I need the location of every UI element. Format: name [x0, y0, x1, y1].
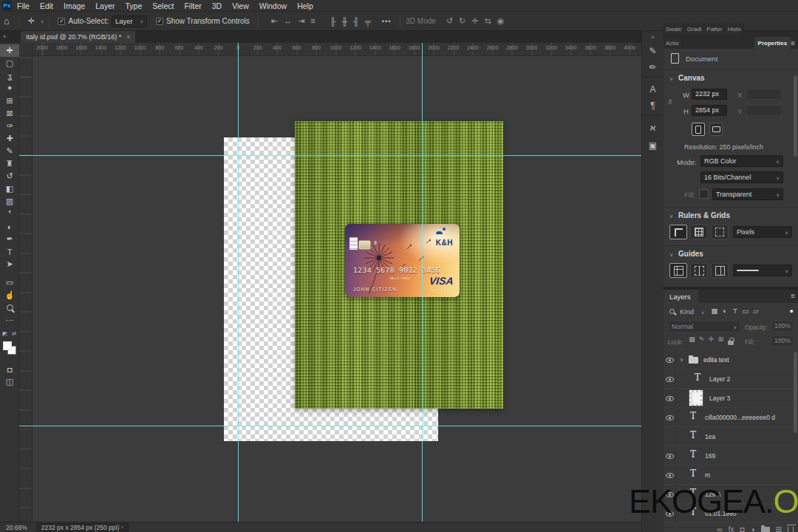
visibility-toggle[interactable]: [664, 408, 676, 427]
tab-actio[interactable]: Actio: [664, 37, 682, 49]
document-tab[interactable]: Italy id.psd @ 20.7% (RGB/16) * ×: [21, 31, 135, 43]
brush-tool[interactable]: ✎: [0, 145, 19, 157]
link-layers-button[interactable]: ∞: [717, 526, 723, 532]
tab-swatc[interactable]: Swatc: [664, 23, 685, 35]
clone-stamp-tool[interactable]: ♜: [0, 157, 19, 170]
opacity-field[interactable]: 100%: [771, 321, 794, 332]
layer-row-hidden[interactable]: T 1ea: [664, 427, 794, 446]
height-field[interactable]: 2854 px: [692, 105, 727, 116]
glyphs-panel-icon[interactable]: א: [642, 119, 664, 137]
visibility-toggle[interactable]: [664, 446, 676, 466]
ruler-corner[interactable]: [19, 43, 33, 56]
menu-edit[interactable]: Edit: [35, 0, 58, 12]
3d-panel-icon[interactable]: ▣: [642, 137, 664, 154]
toggle-smart-guides-button[interactable]: [690, 263, 708, 278]
visibility-toggle[interactable]: [664, 350, 676, 369]
rectangle-tool[interactable]: ▭: [0, 276, 19, 289]
ruler-units-dropdown[interactable]: Pixels ∨: [733, 226, 792, 238]
type-tool[interactable]: T: [0, 245, 19, 258]
expand-icon[interactable]: ∨: [680, 357, 683, 363]
filter-type-layers-icon[interactable]: T: [730, 307, 740, 315]
visibility-toggle[interactable]: [664, 427, 676, 446]
3d-pan-icon[interactable]: ✛: [471, 16, 478, 26]
chevron-down-icon[interactable]: ∨: [669, 76, 673, 82]
close-icon[interactable]: ×: [126, 33, 130, 41]
zoom-tool[interactable]: [0, 301, 19, 314]
properties-scrollbar[interactable]: [794, 75, 797, 157]
tab-gradi[interactable]: Gradi: [685, 23, 705, 35]
brush-settings-icon[interactable]: ✎: [642, 42, 664, 60]
quick-mask-button[interactable]: ◘: [0, 363, 19, 375]
more-options-icon[interactable]: •••: [382, 18, 391, 25]
blur-tool[interactable]: ❜: [0, 208, 19, 220]
fill-swatch[interactable]: [699, 189, 709, 199]
filter-adjustment-layers-icon[interactable]: ◐: [720, 307, 730, 315]
photoshop-logo[interactable]: Ps: [2, 1, 12, 10]
lock-artboard-icon[interactable]: ⊞: [716, 335, 726, 345]
panel-menu-icon[interactable]: ≡: [791, 292, 795, 301]
bit-depth-dropdown[interactable]: 16 Bits/Channel ∨: [700, 171, 783, 183]
lock-all-icon[interactable]: [728, 341, 734, 345]
3d-orbit-icon[interactable]: ↺: [446, 16, 453, 26]
width-field[interactable]: 2232 px: [692, 89, 727, 100]
layers-scrollbar[interactable]: [794, 352, 797, 433]
move-tool[interactable]: ✛: [0, 44, 19, 57]
tab-histo[interactable]: Histo: [726, 23, 744, 35]
blend-mode-dropdown[interactable]: Normal ∨: [668, 321, 740, 332]
lasso-tool[interactable]: ʓ: [0, 69, 19, 82]
align-left-icon[interactable]: ⇤: [271, 16, 278, 26]
history-brush-tool[interactable]: ↺: [0, 170, 19, 183]
menu-view[interactable]: View: [227, 0, 254, 12]
collapse-panels-icon[interactable]: «: [642, 31, 664, 42]
pen-tool[interactable]: ✒: [0, 233, 19, 245]
auto-select-target-dropdown[interactable]: Layer ∨: [112, 16, 147, 27]
portrait-orientation-button[interactable]: [692, 123, 705, 136]
edit-toolbar-button[interactable]: ⋯: [0, 314, 19, 327]
menu-type[interactable]: Type: [120, 0, 147, 12]
delete-layer-button[interactable]: [788, 527, 794, 532]
filter-shape-layers-icon[interactable]: ▭: [740, 307, 751, 315]
layer-row-group[interactable]: ∨ edita text: [664, 350, 794, 369]
guide-vertical-2[interactable]: [422, 43, 423, 522]
panel-menu-icon[interactable]: ≡: [791, 39, 795, 49]
link-dimensions-icon[interactable]: ∞: [666, 99, 675, 104]
filter-toggle-icon[interactable]: ●: [790, 307, 794, 315]
menu-filter[interactable]: Filter: [179, 0, 206, 12]
tab-properties[interactable]: Properties: [754, 37, 791, 49]
tab-layers[interactable]: Layers: [664, 290, 698, 303]
toggle-pixel-grid-button[interactable]: [711, 225, 729, 239]
chevron-down-icon[interactable]: ∨: [669, 252, 673, 258]
character-panel-icon[interactable]: A: [642, 81, 664, 98]
layer-row[interactable]: T 169: [664, 446, 794, 466]
layer-row[interactable]: T cilla000000...eeeeeee0 d: [664, 408, 794, 427]
tab-patter[interactable]: Patter: [704, 23, 725, 35]
lock-transparent-icon[interactable]: ▩: [687, 335, 697, 345]
zoom-level[interactable]: 20.66%: [6, 524, 27, 531]
lock-pixels-icon[interactable]: ✎: [697, 335, 706, 345]
layer-row[interactable]: Layer 3: [664, 389, 794, 408]
align-center-icon[interactable]: ↔: [284, 16, 292, 26]
auto-select-checkbox[interactable]: ✓: [58, 18, 65, 25]
distribute-top-icon[interactable]: ╤: [365, 17, 371, 26]
landscape-orientation-button[interactable]: [709, 123, 723, 136]
menu-layer[interactable]: Layer: [90, 0, 120, 12]
menu-file[interactable]: File: [12, 0, 35, 12]
home-icon[interactable]: ⌂: [4, 16, 10, 27]
guide-style-dropdown[interactable]: ∨: [733, 265, 792, 276]
3d-roll-icon[interactable]: ↻: [459, 16, 466, 26]
dodge-tool[interactable]: ◐: [0, 220, 19, 233]
menu-image[interactable]: Image: [58, 0, 90, 12]
foreground-color-swatch[interactable]: [3, 341, 12, 350]
credit-card-layer[interactable]: ))) K&H 1234 5678 9012 3456 VALID THRU J…: [345, 224, 460, 297]
distribute-left-icon[interactable]: ╟: [330, 17, 336, 26]
chevron-double-icon[interactable]: »: [3, 33, 6, 40]
hand-tool[interactable]: ☝: [0, 289, 19, 301]
guide-horizontal-1[interactable]: [19, 155, 641, 156]
toggle-guides-button[interactable]: [669, 263, 687, 278]
eraser-tool[interactable]: ◧: [0, 183, 19, 195]
path-selection-tool[interactable]: ➤: [0, 258, 19, 270]
add-mask-button[interactable]: ◘: [740, 526, 745, 532]
layer-row[interactable]: T Layer 2: [664, 369, 794, 389]
layer-thumbnail[interactable]: [689, 389, 703, 406]
toggle-rulers-button[interactable]: [669, 225, 687, 239]
